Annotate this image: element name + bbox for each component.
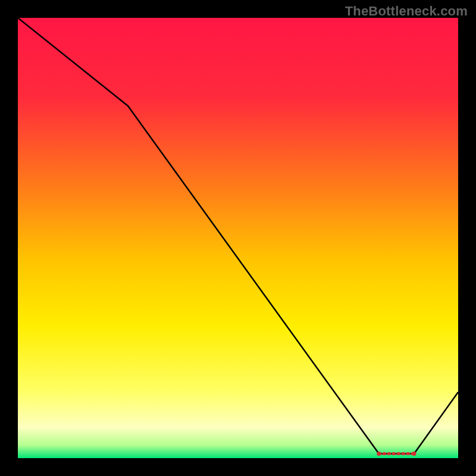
chart-frame: TheBottleneck.com [0, 0, 476, 476]
watermark-text: TheBottleneck.com [345, 4, 468, 19]
plot-area [18, 18, 458, 458]
gradient-background [18, 18, 458, 458]
chart-svg [18, 18, 458, 458]
optimal-band-endpoint [377, 452, 381, 456]
optimal-band-endpoint [412, 452, 416, 456]
